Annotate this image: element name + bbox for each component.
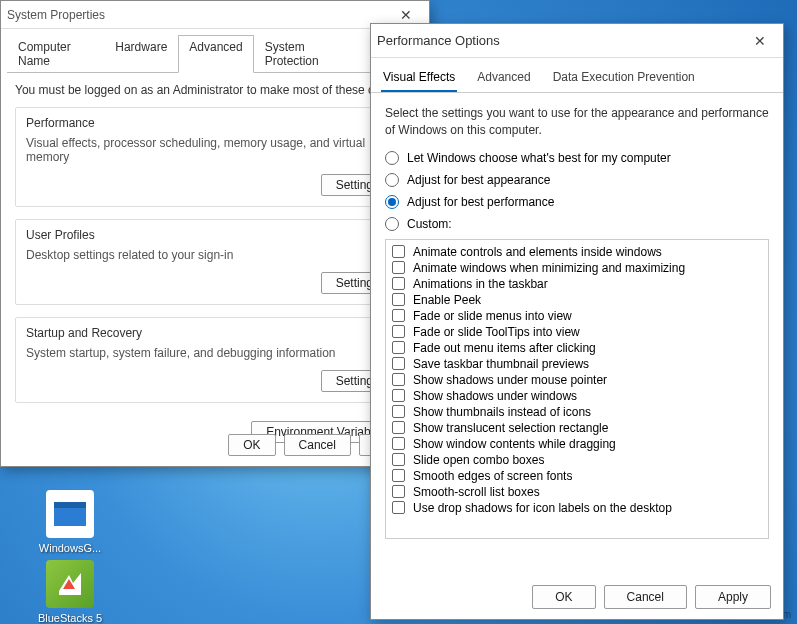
check-option-3[interactable]: Enable Peek	[392, 292, 762, 308]
checkbox-icon	[392, 389, 405, 402]
admin-instruction: You must be logged on as an Administrato…	[15, 83, 415, 97]
checkbox-icon	[392, 437, 405, 450]
group-title: Startup and Recovery	[26, 326, 404, 340]
checkbox-icon	[392, 357, 405, 370]
check-option-10[interactable]: Show thumbnails instead of icons	[392, 404, 762, 420]
group-title: Performance	[26, 116, 404, 130]
radio-icon	[385, 217, 399, 231]
radio-icon	[385, 195, 399, 209]
radio-icon	[385, 151, 399, 165]
check-option-0[interactable]: Animate controls and elements inside win…	[392, 244, 762, 260]
check-option-1[interactable]: Animate windows when minimizing and maxi…	[392, 260, 762, 276]
cancel-button[interactable]: Cancel	[284, 434, 351, 456]
check-label: Fade or slide menus into view	[413, 309, 572, 323]
check-option-12[interactable]: Show window contents while dragging	[392, 436, 762, 452]
radio-option-1[interactable]: Adjust for best appearance	[385, 173, 769, 187]
group-performance: Performance Visual effects, processor sc…	[15, 107, 415, 207]
tab-advanced-body: You must be logged on as an Administrato…	[7, 72, 423, 453]
group-title: User Profiles	[26, 228, 404, 242]
radio-label: Let Windows choose what's best for my co…	[407, 151, 671, 165]
checkbox-icon	[392, 373, 405, 386]
checkbox-icon	[392, 261, 405, 274]
titlebar[interactable]: System Properties ✕	[1, 1, 429, 29]
system-properties-window: System Properties ✕ Computer NameHardwar…	[0, 0, 430, 467]
checkbox-icon	[392, 501, 405, 514]
checkbox-icon	[392, 293, 405, 306]
titlebar[interactable]: Performance Options ✕	[371, 24, 783, 58]
tab-advanced[interactable]: Advanced	[475, 66, 532, 92]
performance-options-window: Performance Options ✕ Visual EffectsAdva…	[370, 23, 784, 620]
close-button[interactable]: ✕	[743, 30, 777, 52]
check-option-9[interactable]: Show shadows under windows	[392, 388, 762, 404]
group-user-profiles: User Profiles Desktop settings related t…	[15, 219, 415, 305]
check-label: Use drop shadows for icon labels on the …	[413, 501, 672, 515]
tab-hardware[interactable]: Hardware	[104, 35, 178, 73]
check-option-5[interactable]: Fade or slide ToolTips into view	[392, 324, 762, 340]
check-option-8[interactable]: Show shadows under mouse pointer	[392, 372, 762, 388]
tab-visual-effects[interactable]: Visual Effects	[381, 66, 457, 92]
check-label: Smooth-scroll list boxes	[413, 485, 540, 499]
svg-rect-1	[54, 502, 86, 508]
group-desc: Visual effects, processor scheduling, me…	[26, 136, 404, 164]
check-label: Animate controls and elements inside win…	[413, 245, 662, 259]
check-option-6[interactable]: Fade out menu items after clicking	[392, 340, 762, 356]
tab-system-protection[interactable]: System Protection	[254, 35, 359, 73]
ok-button[interactable]: OK	[532, 585, 595, 609]
dialog-buttons: OK Cancel Apply	[532, 585, 771, 609]
radio-option-2[interactable]: Adjust for best performance	[385, 195, 769, 209]
tab-bar: Computer NameHardwareAdvancedSystem Prot…	[1, 29, 429, 73]
checkbox-icon	[392, 341, 405, 354]
check-label: Slide open combo boxes	[413, 453, 544, 467]
checkbox-icon	[392, 309, 405, 322]
radio-label: Adjust for best performance	[407, 195, 554, 209]
check-option-7[interactable]: Save taskbar thumbnail previews	[392, 356, 762, 372]
visual-effects-list[interactable]: Animate controls and elements inside win…	[385, 239, 769, 539]
ok-button[interactable]: OK	[228, 434, 275, 456]
tab-bar: Visual EffectsAdvancedData Execution Pre…	[371, 58, 783, 93]
tab-advanced[interactable]: Advanced	[178, 35, 253, 73]
desktop-icon-label: BlueStacks 5 Multi-Insta...	[30, 612, 110, 624]
check-label: Fade out menu items after clicking	[413, 341, 596, 355]
check-option-16[interactable]: Use drop shadows for icon labels on the …	[392, 500, 762, 516]
check-label: Show shadows under mouse pointer	[413, 373, 607, 387]
visual-effects-body: Select the settings you want to use for …	[371, 93, 783, 551]
check-option-15[interactable]: Smooth-scroll list boxes	[392, 484, 762, 500]
check-label: Show thumbnails instead of icons	[413, 405, 591, 419]
check-label: Show window contents while dragging	[413, 437, 616, 451]
checkbox-icon	[392, 469, 405, 482]
check-option-4[interactable]: Fade or slide menus into view	[392, 308, 762, 324]
check-label: Animations in the taskbar	[413, 277, 548, 291]
desktop-icon-windowsg[interactable]: WindowsG...	[30, 490, 110, 555]
check-label: Animate windows when minimizing and maxi…	[413, 261, 685, 275]
app-icon	[46, 560, 94, 608]
check-label: Show translucent selection rectangle	[413, 421, 608, 435]
radio-label: Adjust for best appearance	[407, 173, 550, 187]
check-label: Enable Peek	[413, 293, 481, 307]
bluestacks-icon	[55, 569, 85, 599]
group-desc: System startup, system failure, and debu…	[26, 346, 404, 360]
checkbox-icon	[392, 485, 405, 498]
desktop-icon-label: WindowsG...	[30, 542, 110, 555]
check-label: Save taskbar thumbnail previews	[413, 357, 589, 371]
check-label: Smooth edges of screen fonts	[413, 469, 572, 483]
checkbox-icon	[392, 245, 405, 258]
check-label: Fade or slide ToolTips into view	[413, 325, 580, 339]
description-text: Select the settings you want to use for …	[385, 105, 769, 139]
apply-button[interactable]: Apply	[695, 585, 771, 609]
tab-computer-name[interactable]: Computer Name	[7, 35, 104, 73]
radio-option-3[interactable]: Custom:	[385, 217, 769, 231]
app-icon	[46, 490, 94, 538]
radio-option-0[interactable]: Let Windows choose what's best for my co…	[385, 151, 769, 165]
check-option-2[interactable]: Animations in the taskbar	[392, 276, 762, 292]
group-desc: Desktop settings related to your sign-in	[26, 248, 404, 262]
checkbox-icon	[392, 453, 405, 466]
checkbox-icon	[392, 277, 405, 290]
checkbox-icon	[392, 421, 405, 434]
cancel-button[interactable]: Cancel	[604, 585, 687, 609]
check-option-11[interactable]: Show translucent selection rectangle	[392, 420, 762, 436]
tab-data-execution-prevention[interactable]: Data Execution Prevention	[551, 66, 697, 92]
check-option-13[interactable]: Slide open combo boxes	[392, 452, 762, 468]
close-icon: ✕	[754, 33, 766, 49]
check-option-14[interactable]: Smooth edges of screen fonts	[392, 468, 762, 484]
desktop-icon-bluestacks[interactable]: BlueStacks 5 Multi-Insta...	[30, 560, 110, 624]
